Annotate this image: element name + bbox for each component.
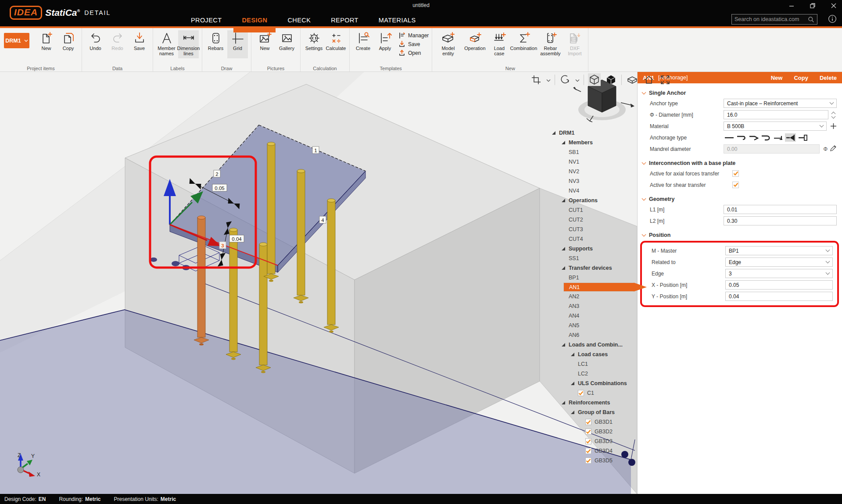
checkbox-checked[interactable]	[585, 419, 591, 425]
new-operation-button[interactable]: Operation	[462, 30, 487, 58]
expand-icon[interactable]	[562, 141, 565, 144]
tree-item-gb3d1[interactable]: GB3D1	[551, 417, 639, 427]
copy-project-item-button[interactable]: Copy	[58, 30, 79, 58]
zoom-fit-button[interactable]	[659, 74, 671, 86]
tree-item-ss1[interactable]: SS1	[551, 254, 639, 263]
anchorage-type-loop[interactable]	[760, 133, 771, 142]
tree-item-gb3d2[interactable]: GB3D2	[551, 427, 639, 436]
section-single-anchor[interactable]: Single Anchor	[642, 90, 842, 96]
create-template-button[interactable]: Create	[353, 30, 373, 58]
checkbox-checked[interactable]	[585, 458, 591, 464]
tree-item-supports[interactable]: Supports	[551, 244, 639, 254]
new-load-case-button[interactable]: Load case	[489, 30, 509, 58]
menu-materials[interactable]: MATERIALS	[369, 13, 426, 28]
anchorage-type-straight[interactable]	[724, 133, 735, 142]
section-geometry[interactable]: Geometry	[642, 196, 842, 202]
tree-item-loads-and-combinations[interactable]: Loads and Combin...	[551, 340, 639, 350]
tree-item-cut2[interactable]: CUT2	[551, 215, 639, 225]
minimize-button[interactable]	[787, 2, 796, 10]
template-save-button[interactable]: Save	[398, 41, 429, 48]
tree-item-uls-combinations[interactable]: ULS Combinations	[551, 379, 639, 388]
tree-item-load-cases[interactable]: Load cases	[551, 350, 639, 359]
menu-report[interactable]: REPORT	[321, 13, 369, 28]
rebars-button[interactable]: Rebars	[205, 30, 226, 58]
step-down-icon[interactable]	[831, 114, 836, 119]
panel-new-button[interactable]: New	[771, 75, 783, 81]
tree-item-nv3[interactable]: NV3	[551, 176, 639, 186]
template-open-button[interactable]: Open	[398, 50, 429, 57]
member-names-button[interactable]: Member names	[156, 30, 177, 58]
home-view-button[interactable]	[643, 74, 655, 86]
expand-icon[interactable]	[552, 131, 555, 135]
orbit-tool-button[interactable]	[559, 74, 571, 86]
tree-item-nv4[interactable]: NV4	[551, 186, 639, 196]
tree-item-gb3d3[interactable]: GB3D3	[551, 436, 639, 446]
tree-item-group-of-bars[interactable]: Group of Bars	[551, 407, 639, 417]
edit-mandrel-button[interactable]	[830, 145, 837, 153]
template-manager-button[interactable]: Manager	[398, 32, 429, 39]
panel-copy-button[interactable]: Copy	[794, 75, 808, 81]
section-interconnection[interactable]: Interconnection with a base plate	[642, 160, 842, 166]
new-model-entity-button[interactable]: Model entity	[435, 30, 461, 58]
tree-item-an6[interactable]: AN6	[551, 330, 639, 340]
dimension-lines-button[interactable]: Dimension lines	[178, 30, 199, 58]
clipping-tool-button[interactable]	[530, 74, 542, 86]
x-position-input[interactable]: 0.05	[725, 280, 833, 290]
anchorage-type-hook-135[interactable]	[748, 133, 759, 142]
expand-icon[interactable]	[562, 266, 565, 270]
related-to-select[interactable]: Edge	[725, 257, 833, 267]
wireframe-view-button[interactable]	[588, 73, 601, 86]
expand-icon[interactable]	[562, 247, 565, 250]
new-rebar-assembly-button[interactable]: Rebar assembly	[537, 30, 563, 58]
y-position-input[interactable]: 0.04	[725, 292, 833, 301]
restore-button[interactable]	[808, 2, 817, 10]
tree-item-an5[interactable]: AN5	[551, 321, 639, 330]
tree-item-an1-selected[interactable]: AN1	[563, 282, 647, 292]
anchorage-type-foot[interactable]	[773, 133, 784, 142]
tree-item-operations[interactable]: Operations	[551, 196, 639, 205]
expand-icon[interactable]	[562, 343, 565, 347]
tree-item-nv1[interactable]: NV1	[551, 157, 639, 167]
orbit-dropdown[interactable]	[575, 76, 580, 84]
expand-icon[interactable]	[571, 382, 574, 385]
new-project-item-button[interactable]: New	[36, 30, 57, 58]
tree-item-an2[interactable]: AN2	[551, 292, 639, 301]
anchorage-type-head-selected[interactable]	[785, 133, 796, 142]
l1-input[interactable]: 0.01	[724, 205, 837, 214]
tree-item-c1[interactable]: C1	[551, 388, 639, 398]
tree-item-bp1[interactable]: BP1	[551, 273, 639, 282]
tree-item-lc1[interactable]: LC1	[551, 359, 639, 369]
apply-template-button[interactable]: Apply	[375, 30, 395, 58]
3d-scene[interactable]: 0.05 0.04 1 2 4 3	[0, 72, 637, 494]
axial-transfer-checkbox-checked[interactable]	[732, 170, 739, 177]
tree-item-gb3d5[interactable]: GB3D5	[551, 456, 639, 465]
menu-project[interactable]: PROJECT	[181, 13, 232, 28]
tree-item-transfer-devices[interactable]: Transfer devices	[551, 263, 639, 273]
checkbox-checked[interactable]	[585, 429, 591, 435]
tree-item-sb1[interactable]: SB1	[551, 147, 639, 157]
edge-select[interactable]: 3	[725, 269, 833, 278]
tree-item-an4[interactable]: AN4	[551, 311, 639, 321]
panel-delete-button[interactable]: Delete	[820, 75, 837, 81]
shear-transfer-checkbox-checked[interactable]	[732, 182, 739, 188]
checkbox-checked[interactable]	[578, 390, 584, 396]
tree-item-lc2[interactable]: LC2	[551, 369, 639, 379]
section-position[interactable]: Position	[642, 232, 842, 238]
tree-item-an3[interactable]: AN3	[551, 301, 639, 311]
tree-item-cut1[interactable]: CUT1	[551, 205, 639, 215]
tree-item-cut4[interactable]: CUT4	[551, 234, 639, 244]
search-input[interactable]	[735, 16, 808, 22]
checkbox-checked[interactable]	[585, 448, 591, 454]
3d-viewport[interactable]: 0.05 0.04 1 2 4 3	[0, 72, 637, 494]
search-box[interactable]	[731, 14, 817, 25]
section-view-button[interactable]	[626, 74, 639, 86]
master-select[interactable]: BP1	[725, 246, 833, 255]
menu-design-active[interactable]: DESIGN	[232, 13, 277, 28]
tree-item-nv2[interactable]: NV2	[551, 167, 639, 176]
anchorage-type-plate[interactable]	[797, 133, 808, 142]
tree-item-cut3[interactable]: CUT3	[551, 225, 639, 234]
clipping-dropdown[interactable]	[546, 76, 551, 84]
checkbox-checked[interactable]	[585, 438, 591, 444]
gallery-button[interactable]: Gallery	[276, 30, 297, 58]
tree-item-drm1[interactable]: DRM1	[551, 128, 639, 138]
